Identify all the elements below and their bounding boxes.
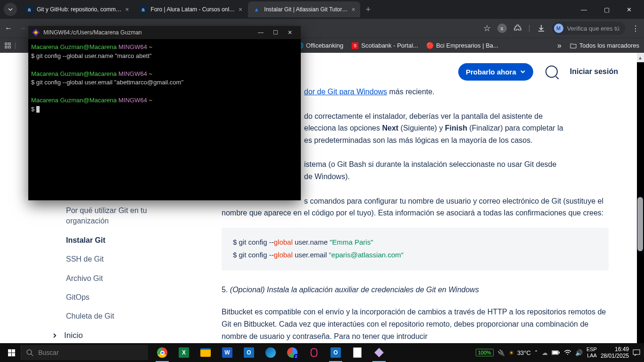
sidebar-item-ssh[interactable]: SSH de Git: [66, 250, 198, 269]
browser-tab-strip: a Git y GitHub: repositorio, comm… × a F…: [0, 0, 644, 19]
taskbar-pinned-apps: X W O 2 O: [152, 343, 389, 362]
tab-close-3[interactable]: ×: [351, 6, 355, 13]
try-now-button[interactable]: Probarlo ahora: [458, 63, 533, 81]
paragraph-step3a: istema (o Git Bash si durante la instala…: [304, 158, 609, 171]
window-minimize[interactable]: —: [578, 4, 590, 15]
onedrive-icon[interactable]: ☁: [542, 349, 548, 356]
nav-back[interactable]: ←: [5, 24, 12, 33]
svg-rect-1: [8, 43, 10, 45]
step5-heading: 5. (Opcional) Instala la aplicación auxi…: [222, 284, 609, 296]
taskbar-word[interactable]: W: [217, 343, 238, 362]
battery-indicator[interactable]: 100%: [476, 349, 494, 356]
tab-search-dropdown[interactable]: [4, 3, 17, 16]
power-plug-icon[interactable]: 🔌: [497, 349, 505, 356]
apps-grid-icon[interactable]: [5, 42, 16, 49]
extensions-icon[interactable]: [513, 24, 522, 33]
profile-verify-text: Verifica que eres tú: [567, 25, 619, 32]
paragraph-step2c: es predeterminadas son las más lógicas e…: [304, 134, 609, 147]
taskbar-explorer[interactable]: [195, 343, 216, 362]
terminal-maximize[interactable]: ☐: [268, 28, 283, 37]
bookmark-bci[interactable]: 🔴 Bci Empresarios | Ba...: [427, 42, 498, 49]
login-link[interactable]: Iniciar sesión: [570, 67, 618, 76]
paragraph-step2: do correctamente el instalador, deberías…: [304, 110, 609, 123]
paragraph-step3b: de Windows).: [304, 171, 609, 183]
window-close[interactable]: ✕: [624, 4, 635, 15]
chevron-down-icon: [520, 69, 526, 74]
sidebar-item-why-git[interactable]: Por qué utilizar Git en tu organización: [66, 201, 160, 231]
svg-line-7: [31, 354, 33, 356]
terminal-title: MINGW64:/c/Users/Macarena Guzman: [43, 29, 253, 36]
skype-icon[interactable]: s: [497, 24, 507, 33]
tray-overflow-icon[interactable]: ˄: [535, 349, 538, 356]
sidebar-header-inicio[interactable]: Inicio: [52, 326, 198, 343]
browser-tab-1[interactable]: a Git y GitHub: repositorio, comm… ×: [21, 1, 134, 17]
new-tab-button[interactable]: +: [361, 5, 376, 15]
browser-menu-icon[interactable]: ⋮: [632, 24, 639, 33]
scroll-up-arrow[interactable]: ▲: [636, 53, 644, 62]
terminal-close[interactable]: ✕: [283, 28, 297, 37]
taskbar-outlook-2[interactable]: O: [325, 343, 346, 362]
taskbar-notepad[interactable]: [347, 343, 368, 362]
start-button[interactable]: [2, 343, 21, 362]
bookmarks-overflow[interactable]: »: [557, 41, 561, 50]
search-icon[interactable]: [545, 66, 558, 78]
tab-title-3: Instalar Git | Atlassian Git Tutor…: [264, 6, 347, 13]
windows-installer-link[interactable]: dor de Git para Windows: [304, 88, 387, 96]
tab-favicon-2: a: [140, 6, 147, 13]
sun-icon: ☀: [509, 349, 514, 356]
bookmark-officebanking[interactable]: 🌐 Officebanking: [297, 42, 343, 49]
bci-icon: 🔴: [427, 42, 433, 49]
taskbar-copilot[interactable]: [304, 343, 324, 362]
scrollbar-handle[interactable]: [637, 197, 643, 251]
windows-taskbar: Buscar X W O 2 O 100% 🔌 ☀ 33°C ˄ ☁ �: [0, 343, 644, 362]
svg-rect-0: [5, 43, 7, 45]
bookmark-star-icon[interactable]: ☆: [483, 23, 491, 33]
svg-rect-11: [553, 351, 558, 354]
terminal-titlebar[interactable]: MINGW64:/c/Users/Macarena Guzman — ☐ ✕: [28, 26, 301, 39]
window-controls: — ▢ ✕: [578, 4, 640, 15]
battery-icon[interactable]: [552, 350, 560, 355]
profile-avatar: M: [554, 24, 563, 33]
profile-chip[interactable]: M Verifica que eres tú: [552, 22, 625, 35]
weather-widget[interactable]: ☀ 33°C: [509, 349, 531, 356]
svg-rect-3: [8, 46, 10, 48]
bookmark-scotiabank[interactable]: S Scotiabank - Portal...: [352, 42, 418, 49]
tab-favicon-3: ▲: [253, 6, 260, 13]
system-tray: 100% 🔌 ☀ 33°C ˄ ☁ 🔊 ESP LAA 16:49 28/01/…: [476, 346, 642, 360]
git-bash-window[interactable]: MINGW64:/c/Users/Macarena Guzman — ☐ ✕ M…: [28, 26, 301, 200]
browser-tab-2[interactable]: a Foro | Alura Latam - Cursos onl… ×: [135, 1, 248, 17]
tab-title-2: Foro | Alura Latam - Cursos onl…: [151, 6, 235, 13]
tab-close-2[interactable]: ×: [239, 6, 242, 13]
tab-title-1: Git y GitHub: repositorio, comm…: [37, 6, 121, 13]
wifi-icon[interactable]: [564, 350, 571, 355]
taskbar-outlook[interactable]: O: [239, 343, 259, 362]
input-locale[interactable]: ESP LAA: [586, 346, 597, 359]
downloads-icon[interactable]: [537, 24, 545, 33]
sidebar-item-gitops[interactable]: GitOps: [66, 288, 198, 307]
sidebar-item-cheatsheet[interactable]: Chuleta de Git: [66, 307, 198, 326]
browser-tab-3[interactable]: ▲ Instalar Git | Atlassian Git Tutor… ×: [248, 1, 360, 17]
taskbar-excel[interactable]: X: [173, 343, 194, 362]
site-header: Probarlo ahora Iniciar sesión: [458, 53, 637, 90]
window-maximize[interactable]: ▢: [601, 4, 612, 15]
taskbar-clock[interactable]: 16:49 28/01/2025: [601, 346, 629, 360]
volume-icon[interactable]: 🔊: [575, 349, 583, 356]
notifications-icon[interactable]: [633, 349, 640, 356]
taskbar-edge[interactable]: [260, 343, 281, 362]
taskbar-chrome-canary[interactable]: 2: [282, 343, 303, 362]
taskbar-search[interactable]: Buscar: [21, 345, 148, 360]
svg-rect-10: [559, 352, 560, 354]
terminal-body[interactable]: Macarena Guzman@Macarena MINGW64 ~ $ git…: [28, 39, 301, 118]
terminal-cursor: [36, 106, 40, 113]
taskbar-chrome[interactable]: [152, 343, 173, 362]
paragraph-step2b: elecciona las opciones Next (Siguiente) …: [304, 122, 609, 134]
sidebar-item-archive[interactable]: Archivo Git: [66, 269, 198, 288]
tab-close-1[interactable]: ×: [125, 6, 129, 13]
terminal-minimize[interactable]: —: [253, 28, 268, 37]
nav-forward[interactable]: →: [19, 24, 26, 33]
all-bookmarks-button[interactable]: Todos los marcadores: [570, 42, 639, 49]
taskbar-git-bash[interactable]: [369, 343, 389, 362]
sidebar-item-install-git[interactable]: Instalar Git: [66, 231, 198, 250]
code-block-git-config: $ git config --global user.name "Emma Pa…: [222, 228, 609, 271]
svg-rect-2: [5, 46, 7, 48]
